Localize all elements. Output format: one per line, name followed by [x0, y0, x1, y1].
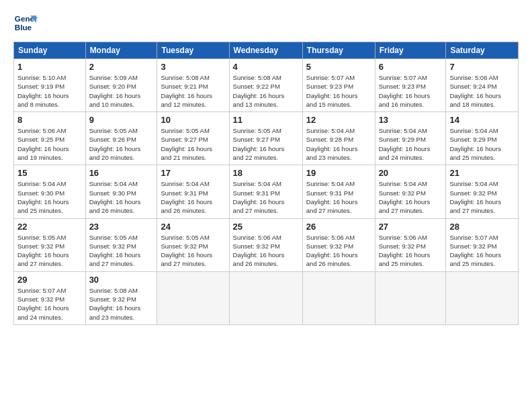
day-number: 14	[449, 115, 515, 125]
day-info: Sunrise: 5:04 AM Sunset: 9:32 PM Dayligh…	[379, 179, 443, 215]
calendar-cell: 14Sunrise: 5:04 AM Sunset: 9:29 PM Dayli…	[446, 112, 519, 165]
calendar-cell	[229, 271, 302, 324]
calendar-cell: 3Sunrise: 5:08 AM Sunset: 9:21 PM Daylig…	[157, 59, 229, 112]
day-number: 11	[233, 115, 299, 125]
day-header-monday: Monday	[85, 42, 157, 59]
day-info: Sunrise: 5:05 AM Sunset: 9:26 PM Dayligh…	[89, 126, 154, 162]
calendar-cell: 18Sunrise: 5:04 AM Sunset: 9:31 PM Dayli…	[229, 165, 302, 218]
day-info: Sunrise: 5:04 AM Sunset: 9:29 PM Dayligh…	[379, 126, 443, 162]
day-number: 5	[306, 62, 371, 72]
day-number: 16	[89, 168, 154, 178]
calendar-cell: 23Sunrise: 5:05 AM Sunset: 9:32 PM Dayli…	[85, 218, 157, 271]
day-number: 2	[89, 62, 154, 72]
day-info: Sunrise: 5:04 AM Sunset: 9:32 PM Dayligh…	[449, 179, 515, 215]
calendar-cell: 4Sunrise: 5:08 AM Sunset: 9:22 PM Daylig…	[229, 59, 302, 112]
day-info: Sunrise: 5:07 AM Sunset: 9:23 PM Dayligh…	[306, 73, 371, 109]
day-info: Sunrise: 5:04 AM Sunset: 9:30 PM Dayligh…	[89, 179, 154, 215]
day-info: Sunrise: 5:04 AM Sunset: 9:30 PM Dayligh…	[17, 179, 82, 215]
day-number: 20	[379, 168, 443, 178]
day-number: 27	[379, 222, 443, 232]
day-info: Sunrise: 5:10 AM Sunset: 9:19 PM Dayligh…	[17, 73, 82, 109]
day-info: Sunrise: 5:06 AM Sunset: 9:32 PM Dayligh…	[233, 233, 299, 269]
day-info: Sunrise: 5:06 AM Sunset: 9:24 PM Dayligh…	[449, 73, 515, 109]
day-number: 30	[89, 275, 154, 285]
day-info: Sunrise: 5:05 AM Sunset: 9:27 PM Dayligh…	[161, 126, 225, 162]
day-number: 12	[306, 115, 371, 125]
day-number: 25	[233, 222, 299, 232]
calendar-cell: 10Sunrise: 5:05 AM Sunset: 9:27 PM Dayli…	[157, 112, 229, 165]
calendar-cell: 27Sunrise: 5:06 AM Sunset: 9:32 PM Dayli…	[375, 218, 446, 271]
calendar-cell: 15Sunrise: 5:04 AM Sunset: 9:30 PM Dayli…	[14, 165, 86, 218]
calendar-cell: 30Sunrise: 5:08 AM Sunset: 9:32 PM Dayli…	[85, 271, 157, 324]
day-number: 22	[17, 222, 82, 232]
day-info: Sunrise: 5:05 AM Sunset: 9:27 PM Dayligh…	[233, 126, 299, 162]
calendar-cell	[157, 271, 229, 324]
day-number: 28	[449, 222, 515, 232]
svg-text:Blue: Blue	[15, 23, 32, 32]
day-number: 1	[17, 62, 82, 72]
day-info: Sunrise: 5:05 AM Sunset: 9:32 PM Dayligh…	[161, 233, 225, 269]
day-number: 7	[449, 62, 515, 72]
day-info: Sunrise: 5:08 AM Sunset: 9:21 PM Dayligh…	[161, 73, 225, 109]
calendar-cell: 25Sunrise: 5:06 AM Sunset: 9:32 PM Dayli…	[229, 218, 302, 271]
day-number: 19	[306, 168, 371, 178]
calendar-cell: 1Sunrise: 5:10 AM Sunset: 9:19 PM Daylig…	[14, 59, 86, 112]
day-header-tuesday: Tuesday	[157, 42, 229, 59]
day-number: 4	[233, 62, 299, 72]
calendar-cell: 22Sunrise: 5:05 AM Sunset: 9:32 PM Dayli…	[14, 218, 86, 271]
day-number: 9	[89, 115, 154, 125]
calendar-cell: 6Sunrise: 5:07 AM Sunset: 9:23 PM Daylig…	[375, 59, 446, 112]
day-number: 8	[17, 115, 82, 125]
day-info: Sunrise: 5:07 AM Sunset: 9:23 PM Dayligh…	[379, 73, 443, 109]
calendar-table: SundayMondayTuesdayWednesdayThursdayFrid…	[13, 42, 519, 325]
calendar-cell: 17Sunrise: 5:04 AM Sunset: 9:31 PM Dayli…	[157, 165, 229, 218]
day-number: 15	[17, 168, 82, 178]
calendar-cell: 8Sunrise: 5:06 AM Sunset: 9:25 PM Daylig…	[14, 112, 86, 165]
day-info: Sunrise: 5:04 AM Sunset: 9:31 PM Dayligh…	[233, 179, 299, 215]
day-info: Sunrise: 5:07 AM Sunset: 9:32 PM Dayligh…	[449, 233, 515, 269]
day-info: Sunrise: 5:04 AM Sunset: 9:31 PM Dayligh…	[306, 179, 371, 215]
calendar-cell: 16Sunrise: 5:04 AM Sunset: 9:30 PM Dayli…	[85, 165, 157, 218]
calendar-cell: 13Sunrise: 5:04 AM Sunset: 9:29 PM Dayli…	[375, 112, 446, 165]
day-info: Sunrise: 5:08 AM Sunset: 9:22 PM Dayligh…	[233, 73, 299, 109]
calendar-cell	[446, 271, 519, 324]
logo: General Blue	[13, 11, 38, 35]
day-info: Sunrise: 5:04 AM Sunset: 9:29 PM Dayligh…	[449, 126, 515, 162]
calendar-cell: 24Sunrise: 5:05 AM Sunset: 9:32 PM Dayli…	[157, 218, 229, 271]
day-number: 13	[379, 115, 443, 125]
calendar-cell: 7Sunrise: 5:06 AM Sunset: 9:24 PM Daylig…	[446, 59, 519, 112]
day-header-thursday: Thursday	[302, 42, 375, 59]
calendar-cell: 5Sunrise: 5:07 AM Sunset: 9:23 PM Daylig…	[302, 59, 375, 112]
day-number: 17	[161, 168, 225, 178]
day-info: Sunrise: 5:06 AM Sunset: 9:25 PM Dayligh…	[17, 126, 82, 162]
day-number: 26	[306, 222, 371, 232]
day-info: Sunrise: 5:09 AM Sunset: 9:20 PM Dayligh…	[89, 73, 154, 109]
day-header-friday: Friday	[375, 42, 446, 59]
day-number: 29	[17, 275, 82, 285]
calendar-cell: 26Sunrise: 5:06 AM Sunset: 9:32 PM Dayli…	[302, 218, 375, 271]
calendar-cell: 11Sunrise: 5:05 AM Sunset: 9:27 PM Dayli…	[229, 112, 302, 165]
calendar-cell: 21Sunrise: 5:04 AM Sunset: 9:32 PM Dayli…	[446, 165, 519, 218]
calendar-cell: 28Sunrise: 5:07 AM Sunset: 9:32 PM Dayli…	[446, 218, 519, 271]
day-info: Sunrise: 5:06 AM Sunset: 9:32 PM Dayligh…	[306, 233, 371, 269]
day-info: Sunrise: 5:08 AM Sunset: 9:32 PM Dayligh…	[89, 286, 154, 322]
calendar-cell: 20Sunrise: 5:04 AM Sunset: 9:32 PM Dayli…	[375, 165, 446, 218]
day-number: 24	[161, 222, 225, 232]
day-info: Sunrise: 5:04 AM Sunset: 9:31 PM Dayligh…	[161, 179, 225, 215]
day-header-saturday: Saturday	[446, 42, 519, 59]
day-info: Sunrise: 5:06 AM Sunset: 9:32 PM Dayligh…	[379, 233, 443, 269]
calendar-cell	[302, 271, 375, 324]
day-info: Sunrise: 5:04 AM Sunset: 9:28 PM Dayligh…	[306, 126, 371, 162]
day-number: 10	[161, 115, 225, 125]
day-number: 3	[161, 62, 225, 72]
calendar-cell: 2Sunrise: 5:09 AM Sunset: 9:20 PM Daylig…	[85, 59, 157, 112]
day-header-wednesday: Wednesday	[229, 42, 302, 59]
calendar-cell: 12Sunrise: 5:04 AM Sunset: 9:28 PM Dayli…	[302, 112, 375, 165]
calendar-cell	[375, 271, 446, 324]
day-number: 18	[233, 168, 299, 178]
day-info: Sunrise: 5:05 AM Sunset: 9:32 PM Dayligh…	[17, 233, 82, 269]
calendar-cell: 19Sunrise: 5:04 AM Sunset: 9:31 PM Dayli…	[302, 165, 375, 218]
day-number: 21	[449, 168, 515, 178]
day-header-sunday: Sunday	[14, 42, 86, 59]
day-info: Sunrise: 5:05 AM Sunset: 9:32 PM Dayligh…	[89, 233, 154, 269]
